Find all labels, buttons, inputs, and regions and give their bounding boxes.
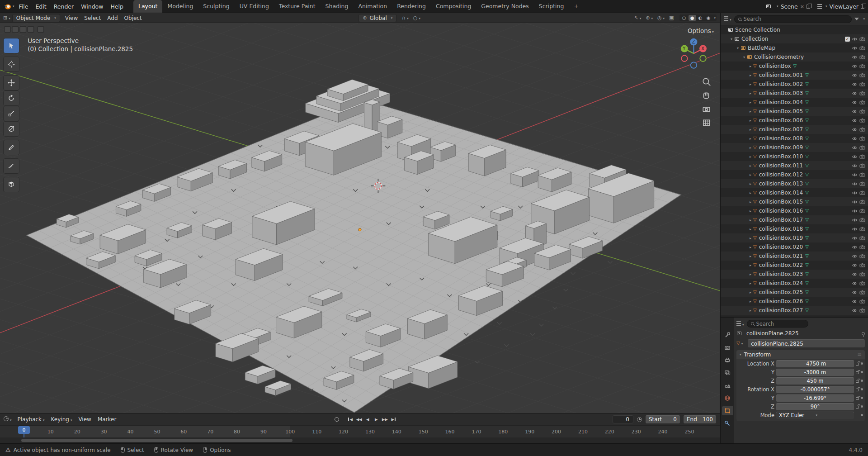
camera-icon[interactable] xyxy=(859,181,865,186)
camera-icon[interactable] xyxy=(859,55,865,59)
expander-icon[interactable]: ▸ xyxy=(748,191,753,195)
eye-icon[interactable] xyxy=(852,37,858,41)
editor-type-icon[interactable]: ▾ xyxy=(736,321,744,327)
outliner-item-label[interactable]: collisionBox.023 xyxy=(759,271,803,277)
outliner-item-label[interactable]: collisionBox.009 xyxy=(759,144,803,151)
scene-name[interactable]: Scene xyxy=(781,3,798,10)
tool-cursor[interactable] xyxy=(4,57,19,71)
outliner-item-label[interactable]: collisionBox.013 xyxy=(759,180,803,187)
decorator-dot[interactable] xyxy=(861,397,863,399)
eye-icon[interactable] xyxy=(852,299,858,304)
breadcrumb[interactable]: collisionPlane.2825 xyxy=(746,330,799,337)
lock-icon[interactable] xyxy=(856,371,859,374)
menu-file[interactable]: File xyxy=(15,2,32,11)
expander-icon[interactable]: ▸ xyxy=(748,164,753,168)
object-visibility-icon[interactable]: ↖▾ xyxy=(634,15,642,21)
number-field[interactable]: 90° xyxy=(776,403,854,410)
decorator-dot[interactable] xyxy=(861,388,863,390)
outliner-row[interactable]: Scene Collection xyxy=(721,25,868,34)
expander-icon[interactable]: ▸ xyxy=(748,137,753,141)
timeline-menu-keying[interactable]: Keying▾ xyxy=(48,415,75,423)
tool-rotate[interactable] xyxy=(4,91,19,105)
outliner-item-label[interactable]: collisionBox.025 xyxy=(759,289,803,295)
eye-icon[interactable] xyxy=(852,173,858,177)
outliner-item-label[interactable]: collisionBox.002 xyxy=(759,81,803,87)
pin-icon[interactable] xyxy=(862,332,865,335)
expander-icon[interactable]: ▸ xyxy=(748,73,753,77)
outliner-item-label[interactable]: collisionBox.012 xyxy=(759,171,803,178)
viewlayer-selector[interactable]: ▾ ViewLayer xyxy=(817,3,864,10)
expander-icon[interactable]: ▸ xyxy=(748,236,753,240)
editor-type-icon[interactable]: ▾ xyxy=(4,416,12,423)
camera-icon[interactable] xyxy=(859,308,865,313)
workspace-tab-texture-paint[interactable]: Texture Paint xyxy=(274,0,321,13)
outliner-item-label[interactable]: collisionBox.011 xyxy=(759,162,803,169)
camera-icon[interactable] xyxy=(859,64,865,68)
outliner-row[interactable]: ▸▽collisionBox.027▽ xyxy=(721,306,868,315)
checkbox-icon[interactable]: ✓ xyxy=(845,37,850,42)
outliner-row[interactable]: ▸▽collisionBox.003▽ xyxy=(721,89,868,98)
play-reverse-button[interactable]: ◀ xyxy=(363,416,372,423)
properties-tab-modifier[interactable] xyxy=(722,419,733,428)
eye-icon[interactable] xyxy=(852,128,858,132)
camera-icon[interactable] xyxy=(859,254,865,258)
eye-icon[interactable] xyxy=(852,254,858,258)
camera-icon[interactable] xyxy=(859,163,865,168)
outliner-item-label[interactable]: collisionBox.018 xyxy=(759,226,803,232)
outliner-item-label[interactable]: collisionBox.024 xyxy=(759,280,803,286)
outliner-item-label[interactable]: collisionBox.006 xyxy=(759,117,803,124)
camera-icon[interactable] xyxy=(859,109,865,114)
outliner-row[interactable]: ▸▽collisionBox.011▽ xyxy=(721,161,868,170)
expander-icon[interactable]: ▸ xyxy=(748,254,753,258)
outliner-row[interactable]: ▸▽collisionBox.021▽ xyxy=(721,252,868,261)
outliner-item-label[interactable]: collisionBox.001 xyxy=(759,72,803,78)
snap-magnet-icon[interactable]: ∩▾ xyxy=(402,15,409,21)
outliner-row[interactable]: ▸▽collisionBox.004▽ xyxy=(721,98,868,107)
decorator-dot[interactable] xyxy=(861,414,863,416)
mode-dropdown[interactable]: Object Mode ▾ xyxy=(12,14,60,22)
shading-rendered-icon[interactable]: ◉ xyxy=(705,15,712,21)
3d-viewport[interactable]: User Perspective(0) Collection | collisi… xyxy=(0,23,720,413)
camera-icon[interactable] xyxy=(859,145,865,150)
expander-icon[interactable]: ▸ xyxy=(748,272,753,276)
viewport-menu-add[interactable]: Add xyxy=(104,14,121,22)
jump-end-button[interactable]: ▶ xyxy=(389,416,398,423)
workspace-tab-rendering[interactable]: Rendering xyxy=(392,0,431,13)
new-scene-icon[interactable] xyxy=(807,5,810,9)
shading-solid-icon[interactable]: ● xyxy=(689,15,696,21)
camera-icon[interactable] xyxy=(859,236,865,240)
outliner-row[interactable]: ▸▽collisionBox.007▽ xyxy=(721,125,868,134)
expander-icon[interactable]: ▸ xyxy=(748,100,753,104)
eye-icon[interactable] xyxy=(852,309,858,313)
menu-help[interactable]: Help xyxy=(107,2,127,11)
eye-icon[interactable] xyxy=(852,281,858,285)
properties-tab-viewlayer[interactable] xyxy=(722,368,733,377)
viewport-menu-view[interactable]: View xyxy=(62,14,81,22)
outliner-row[interactable]: ▸▽collisionBox.014▽ xyxy=(721,188,868,197)
outliner-row[interactable]: ▸▽collisionBox.013▽ xyxy=(721,179,868,188)
outliner-item-label[interactable]: collisionBox.014 xyxy=(759,190,803,196)
expander-icon[interactable]: ▸ xyxy=(748,128,753,132)
camera-icon[interactable] xyxy=(859,272,865,276)
eye-icon[interactable] xyxy=(852,64,858,68)
eye-icon[interactable] xyxy=(852,119,858,123)
expander-icon[interactable]: ▸ xyxy=(748,200,753,204)
outliner-item-label[interactable]: collisionBox.017 xyxy=(759,217,803,223)
outliner-row[interactable]: ▸▽collisionBox.019▽ xyxy=(721,233,868,242)
editor-type-icon[interactable]: ⊞▾ xyxy=(3,15,10,21)
expander-icon[interactable]: ▸ xyxy=(748,91,753,95)
camera-icon[interactable] xyxy=(859,200,865,204)
playhead[interactable]: 0 xyxy=(18,426,30,434)
preview-range-icon[interactable] xyxy=(637,417,642,422)
camera-icon[interactable] xyxy=(859,218,865,222)
outliner-item-label[interactable]: collisionBox.027 xyxy=(759,307,803,314)
outliner-item-label[interactable]: collisionBox.007 xyxy=(759,126,803,133)
tool-move[interactable] xyxy=(4,76,19,90)
outliner-row[interactable]: ▸▽collisionBox.016▽ xyxy=(721,206,868,215)
gizmo-axis-z[interactable]: Z xyxy=(692,39,695,44)
camera-icon[interactable] xyxy=(859,290,865,294)
eye-icon[interactable] xyxy=(852,191,858,195)
camera-icon[interactable] xyxy=(859,118,865,123)
object-name-field[interactable]: collisionPlane.2825 xyxy=(748,339,865,347)
expander-icon[interactable]: ▸ xyxy=(748,309,753,313)
